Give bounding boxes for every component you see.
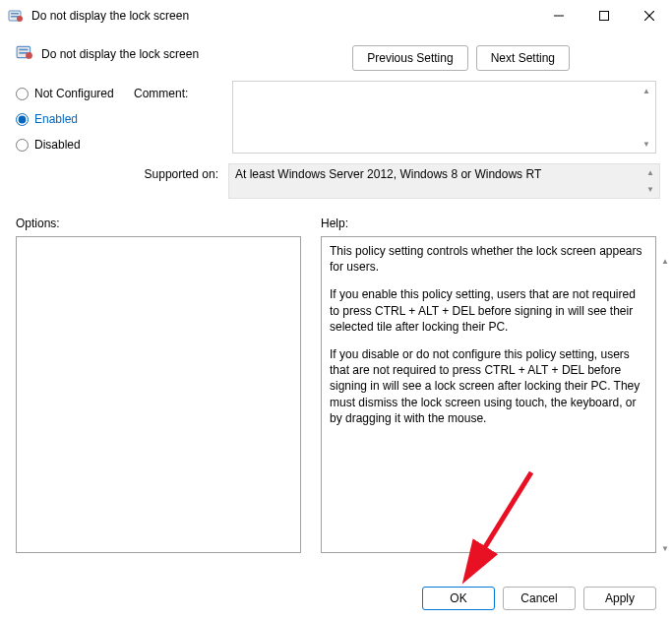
window-controls [536, 0, 672, 31]
comment-textbox[interactable]: ▲ ▼ [232, 81, 656, 154]
radio-not-configured[interactable]: Not Configured [16, 87, 134, 100]
svg-point-11 [26, 52, 32, 59]
previous-setting-button[interactable]: Previous Setting [352, 45, 467, 71]
svg-point-3 [17, 16, 23, 22]
scroll-up-icon[interactable]: ▲ [641, 164, 659, 181]
radio-disabled-input[interactable] [16, 139, 29, 152]
scroll-up-icon[interactable]: ▲ [656, 252, 672, 270]
radio-disabled[interactable]: Disabled [16, 138, 134, 152]
state-radio-group: Not Configured Enabled Disabled [16, 81, 134, 154]
help-paragraph-2: If you enable this policy setting, users… [330, 286, 647, 335]
help-paragraph-3: If you disable or do not configure this … [330, 346, 647, 426]
setting-name: Do not display the lock screen [41, 47, 199, 61]
policy-icon-large [16, 43, 33, 64]
svg-rect-5 [600, 12, 609, 21]
radio-not-configured-input[interactable] [16, 88, 29, 100]
options-label: Options: [16, 217, 301, 230]
radio-not-configured-label: Not Configured [34, 87, 114, 100]
radio-disabled-label: Disabled [34, 138, 81, 152]
comment-label: Comment: [134, 87, 188, 100]
svg-rect-1 [11, 13, 19, 15]
radio-enabled[interactable]: Enabled [16, 112, 134, 126]
scroll-down-icon[interactable]: ▼ [641, 181, 659, 198]
cancel-button[interactable]: Cancel [503, 587, 576, 610]
close-button[interactable] [627, 0, 672, 31]
window-title: Do not display the lock screen [31, 9, 536, 23]
ok-button[interactable]: OK [422, 587, 495, 610]
options-panel [16, 236, 301, 553]
maximize-button[interactable] [581, 0, 627, 31]
header: Do not display the lock screen Previous … [12, 39, 660, 81]
help-paragraph-1: This policy setting controls whether the… [330, 243, 647, 275]
help-label: Help: [321, 217, 656, 230]
supported-on-textbox: At least Windows Server 2012, Windows 8 … [228, 163, 660, 199]
next-setting-button[interactable]: Next Setting [476, 45, 570, 71]
minimize-button[interactable] [536, 0, 581, 31]
help-panel: This policy setting controls whether the… [321, 236, 656, 553]
supported-on-value: At least Windows Server 2012, Windows 8 … [235, 167, 541, 181]
radio-enabled-label: Enabled [34, 112, 78, 126]
apply-button[interactable]: Apply [583, 587, 656, 610]
radio-enabled-input[interactable] [16, 113, 29, 126]
supported-on-label: Supported on: [12, 163, 228, 199]
scroll-up-icon[interactable]: ▲ [638, 82, 655, 99]
dialog-footer: OK Cancel Apply [422, 587, 656, 610]
svg-rect-9 [19, 49, 28, 51]
titlebar: Do not display the lock screen [0, 0, 672, 31]
scroll-down-icon[interactable]: ▼ [638, 135, 655, 153]
scroll-down-icon[interactable]: ▼ [656, 539, 672, 557]
policy-icon [8, 8, 24, 24]
